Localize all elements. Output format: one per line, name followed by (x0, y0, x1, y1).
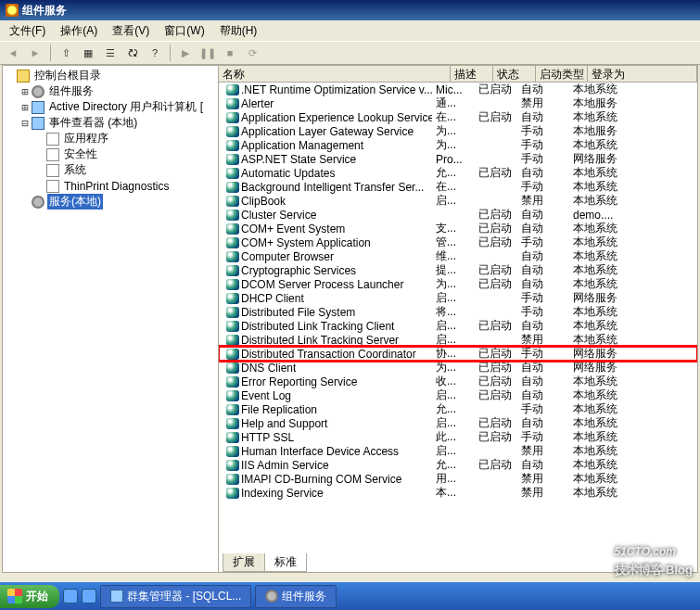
svc-name: IMAPI CD-Burning COM Service (241, 473, 401, 486)
tree-item[interactable]: ⊟事件查看器 (本地) (5, 115, 218, 131)
service-row[interactable]: Indexing Service本...禁用本地系统 (219, 486, 697, 500)
menu-action[interactable]: 操作(A) (55, 21, 103, 41)
refresh-icon[interactable]: 🗘 (123, 44, 142, 62)
taskbar: 开始 群集管理器 - [SQLCL... 组件服务 (0, 582, 700, 610)
service-row[interactable]: File Replication允...手动本地系统 (219, 402, 697, 416)
export-icon[interactable]: ☰ (101, 44, 120, 62)
help-icon[interactable]: ? (146, 44, 164, 62)
service-row[interactable]: Computer Browser维...自动本地系统 (219, 249, 697, 263)
service-icon (226, 293, 239, 304)
service-row[interactable]: Human Interface Device Access启...禁用本地系统 (219, 444, 697, 458)
menu-help[interactable]: 帮助(H) (214, 21, 263, 41)
tree-root[interactable]: 控制台根目录 (5, 68, 218, 83)
up-icon[interactable]: ⇧ (57, 44, 75, 62)
svc-startup: 手动 (517, 346, 569, 362)
expand-icon[interactable]: ⊞ (19, 101, 31, 114)
doc-icon (46, 148, 59, 161)
tree-item[interactable]: 应用程序 (5, 131, 218, 146)
service-row[interactable]: IMAPI CD-Burning COM Service用...禁用本地系统 (219, 472, 697, 486)
service-icon (226, 182, 239, 193)
service-row[interactable]: .NET Runtime Optimization Service v...Mi… (219, 83, 697, 96)
tab-standard[interactable]: 标准 (264, 553, 307, 572)
col-startup[interactable]: 启动类型 (536, 66, 588, 82)
svc-name: Cryptographic Services (241, 264, 356, 277)
svc-name: Indexing Service (241, 487, 324, 500)
tree-item[interactable]: 服务(本地) (5, 194, 218, 210)
doc-icon (46, 164, 59, 177)
svc-status: 已启动 (475, 165, 517, 181)
svc-status: 已启动 (475, 346, 517, 362)
props-icon[interactable]: ▦ (79, 44, 97, 62)
service-row[interactable]: Distributed File System将...手动本地系统 (219, 305, 697, 319)
service-row[interactable]: Alerter通...禁用本地服务 (219, 96, 697, 110)
svc-logon: 本地系统 (569, 193, 697, 209)
service-row[interactable]: ClipBook启...禁用本地系统 (219, 194, 697, 208)
service-row[interactable]: Distributed Transaction Coordinator协...已… (219, 347, 697, 361)
col-desc[interactable]: 描述 (451, 66, 493, 82)
svc-desc: Pro... (432, 153, 475, 166)
main-split: 控制台根目录⊞组件服务⊞Active Directory 用户和计算机 [⊟事件… (2, 65, 698, 573)
tree-item[interactable]: 安全性 (5, 146, 218, 162)
service-row[interactable]: DNS Client为...已启动自动网络服务 (219, 361, 697, 375)
service-row[interactable]: ASP.NET State ServicePro...手动网络服务 (219, 152, 697, 166)
pane-tabs: 扩展 标准 (219, 553, 697, 572)
quicklaunch-ie-icon[interactable] (63, 589, 78, 604)
service-row[interactable]: IIS Admin Service允...已启动自动本地系统 (219, 458, 697, 472)
service-row[interactable]: Event Log启...已启动自动本地系统 (219, 388, 697, 402)
window-title: 组件服务 (22, 3, 67, 19)
expand-icon[interactable]: ⊟ (19, 117, 31, 130)
expand-icon[interactable]: ⊞ (19, 85, 31, 98)
service-icon (226, 488, 239, 499)
windows-logo-icon (7, 589, 22, 604)
task-cluster-label: 群集管理器 - [SQLCL... (127, 589, 241, 604)
service-row[interactable]: Distributed Link Tracking Client启...已启动自… (219, 319, 697, 333)
service-row[interactable]: HTTP SSL此...已启动手动本地系统 (219, 430, 697, 444)
service-list[interactable]: .NET Runtime Optimization Service v...Mi… (219, 83, 697, 553)
service-icon (226, 474, 239, 485)
tree-pane[interactable]: 控制台根目录⊞组件服务⊞Active Directory 用户和计算机 [⊟事件… (3, 66, 219, 572)
service-row[interactable]: DCOM Server Process Launcher为...已启动自动本地系… (219, 277, 697, 291)
service-row[interactable]: Automatic Updates允...已启动自动本地系统 (219, 166, 697, 180)
svc-name: Distributed Transaction Coordinator (241, 348, 416, 361)
tree-item[interactable]: 系统 (5, 162, 218, 178)
task-components[interactable]: 组件服务 (255, 585, 337, 608)
col-name[interactable]: 名称 (219, 66, 451, 82)
svc-name: Computer Browser (241, 250, 334, 263)
service-row[interactable]: Distributed Link Tracking Server启...禁用本地… (219, 333, 697, 347)
task-cluster[interactable]: 群集管理器 - [SQLCL... (100, 585, 251, 608)
service-row[interactable]: DHCP Client启...手动网络服务 (219, 291, 697, 305)
service-row[interactable]: COM+ System Application管...已启动手动本地系统 (219, 235, 697, 249)
svc-name: .NET Runtime Optimization Service v... (241, 83, 432, 96)
svc-logon: demo.... (569, 209, 697, 222)
svc-name: COM+ System Application (241, 236, 371, 249)
quicklaunch-desktop-icon[interactable] (82, 589, 96, 604)
service-row[interactable]: Error Reporting Service收...已启动自动本地系统 (219, 375, 697, 388)
service-row[interactable]: Cryptographic Services提...已启动自动本地系统 (219, 263, 697, 277)
svc-name: Error Reporting Service (241, 375, 357, 388)
col-status[interactable]: 状态 (493, 66, 536, 82)
svc-desc: Mic... (432, 83, 475, 96)
service-row[interactable]: COM+ Event System支...已启动自动本地系统 (219, 222, 697, 235)
components-icon (265, 590, 278, 603)
service-row[interactable]: Cluster Service已启动自动demo.... (219, 208, 697, 222)
svc-desc: 本... (432, 485, 475, 501)
menu-view[interactable]: 查看(V) (107, 21, 155, 41)
service-row[interactable]: Help and Support启...已启动自动本地系统 (219, 416, 697, 430)
menu-file[interactable]: 文件(F) (4, 21, 51, 41)
service-icon (226, 154, 239, 165)
tree-item[interactable]: ThinPrint Diagnostics (5, 178, 218, 194)
service-row[interactable]: Background Intelligent Transfer Ser...在.… (219, 180, 697, 194)
svc-name: Human Interface Device Access (241, 445, 399, 458)
service-row[interactable]: Application Layer Gateway Service为...手动本… (219, 124, 697, 138)
service-icon (226, 265, 239, 276)
svc-name: HTTP SSL (241, 431, 294, 444)
tree-item[interactable]: ⊞Active Directory 用户和计算机 [ (5, 99, 218, 115)
svc-status: 已启动 (475, 457, 517, 473)
service-row[interactable]: Application Management为...手动本地系统 (219, 138, 697, 152)
tab-extended[interactable]: 扩展 (223, 553, 265, 572)
start-button[interactable]: 开始 (0, 585, 59, 608)
col-logon[interactable]: 登录为 (588, 66, 697, 82)
tree-item[interactable]: ⊞组件服务 (5, 83, 218, 99)
menu-window[interactable]: 窗口(W) (159, 21, 210, 41)
service-row[interactable]: Application Experience Lookup Service在..… (219, 110, 697, 124)
